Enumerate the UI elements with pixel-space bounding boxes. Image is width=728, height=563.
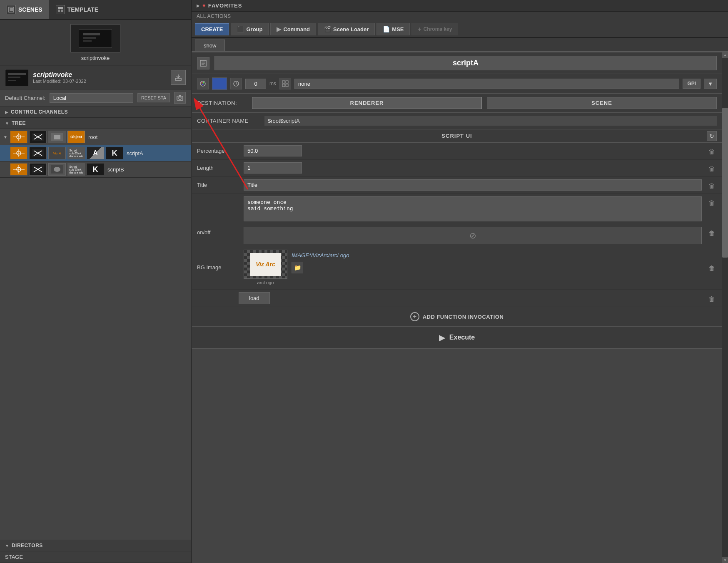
text-textarea[interactable]: someone once said something bbox=[244, 196, 702, 221]
directors-section[interactable]: ▼ DIRECTORS bbox=[0, 540, 191, 551]
scroll-down-button[interactable]: ▼ bbox=[722, 557, 728, 563]
camera-button[interactable] bbox=[174, 92, 186, 104]
container-name-input[interactable] bbox=[264, 116, 717, 126]
refresh-button[interactable]: ↻ bbox=[707, 131, 717, 141]
channel-select[interactable]: Local Remote bbox=[50, 93, 133, 103]
script-header bbox=[192, 52, 722, 74]
scene-detail-name: scriptinvoke bbox=[33, 71, 166, 79]
gpi-button[interactable]: GPI bbox=[683, 79, 701, 89]
add-function-icon: + bbox=[410, 312, 419, 321]
time-input[interactable] bbox=[245, 79, 266, 89]
image-name-label: arcLogo bbox=[257, 280, 274, 285]
text-delete-button[interactable]: 🗑 bbox=[707, 198, 717, 208]
length-delete-button[interactable]: 🗑 bbox=[707, 164, 717, 174]
title-input[interactable] bbox=[244, 179, 702, 191]
grid-icon bbox=[279, 78, 291, 89]
palette-icon[interactable] bbox=[197, 78, 209, 89]
svg-point-48 bbox=[200, 81, 205, 86]
none-input[interactable] bbox=[294, 79, 679, 89]
root-thumb-1 bbox=[10, 131, 27, 143]
scriptb-thumb-photo bbox=[48, 163, 66, 176]
group-icon: ⬛ bbox=[237, 26, 244, 32]
control-channels-header[interactable]: ▶ CONTROL CHANNELS bbox=[0, 107, 191, 118]
scene-thumb-area: scriptinvoke bbox=[0, 20, 191, 66]
prop-row-length: Length 🗑 bbox=[192, 160, 722, 177]
bg-image-delete-button[interactable]: 🗑 bbox=[707, 263, 717, 273]
stage-section[interactable]: STAGE bbox=[0, 551, 191, 563]
scene-thumbnail bbox=[70, 24, 120, 52]
scene-label: scriptinvoke bbox=[81, 55, 110, 61]
tree-header[interactable]: ▼ TREE bbox=[0, 118, 191, 129]
clock-icon bbox=[230, 78, 242, 89]
reset-button[interactable]: RESET STA bbox=[137, 93, 170, 102]
svg-rect-7 bbox=[79, 30, 104, 44]
svg-rect-18 bbox=[179, 95, 181, 97]
scene-detail-info: scriptinvoke Last Modified: 03-07-2022 bbox=[33, 71, 166, 84]
command-label: Command bbox=[283, 26, 310, 32]
scene-label: SCENE bbox=[591, 100, 612, 106]
tree-label: TREE bbox=[12, 120, 26, 126]
svg-rect-14 bbox=[8, 80, 16, 81]
create-button[interactable]: CREATE bbox=[195, 23, 229, 35]
load-button[interactable]: load bbox=[239, 292, 270, 304]
onoff-toggle[interactable]: ⊘ bbox=[244, 227, 702, 244]
tab-scenes[interactable]: SCENES bbox=[0, 0, 49, 19]
tree-item-root[interactable]: ▼ Object root bbox=[0, 129, 191, 145]
show-tab-label: show bbox=[204, 42, 216, 49]
toggle-icon: ⊘ bbox=[469, 231, 476, 241]
load-label: load bbox=[249, 295, 259, 301]
execute-label: Execute bbox=[449, 334, 475, 341]
percentage-input[interactable] bbox=[244, 145, 302, 156]
upload-button[interactable] bbox=[171, 70, 186, 85]
title-delete-button[interactable]: 🗑 bbox=[707, 181, 717, 191]
scripta-thumb-2 bbox=[29, 147, 47, 159]
tree-item-scripta[interactable]: Viz A Scriptsub-Dlinkdaria a wis A K scr… bbox=[0, 145, 191, 161]
container-row: CONTAINER NAME bbox=[192, 113, 722, 129]
color-swatch[interactable] bbox=[212, 77, 227, 90]
scroll-track bbox=[722, 58, 728, 557]
group-button[interactable]: ⬛ Group bbox=[231, 23, 269, 35]
scene-loader-icon: 🎬 bbox=[324, 26, 331, 32]
svg-rect-12 bbox=[8, 73, 26, 75]
scroll-thumb[interactable] bbox=[722, 108, 728, 258]
length-input[interactable] bbox=[244, 162, 302, 174]
svg-point-17 bbox=[179, 97, 181, 99]
length-label: Length bbox=[197, 162, 239, 171]
renderer-button[interactable]: RENDERER bbox=[252, 97, 482, 109]
action-toolbar: CREATE ⬛ Group ▶ Command 🎬 Scene Loader bbox=[192, 21, 728, 38]
scroll-up-button[interactable]: ▲ bbox=[722, 52, 728, 58]
execute-row[interactable]: ▶ Execute bbox=[192, 327, 722, 348]
mse-button[interactable]: 📄 MSE bbox=[376, 23, 410, 35]
svg-line-54 bbox=[236, 84, 237, 84]
script-name-field[interactable] bbox=[214, 56, 717, 70]
destination-label: DESTINATION: bbox=[197, 100, 247, 106]
chroma-icon: + bbox=[418, 26, 421, 32]
percentage-delete-button[interactable]: 🗑 bbox=[707, 147, 717, 157]
svg-rect-9 bbox=[83, 37, 96, 39]
scene-loader-button[interactable]: 🎬 Scene Loader bbox=[318, 23, 375, 35]
folder-button[interactable]: 📁 bbox=[292, 262, 303, 273]
chroma-key-button[interactable]: + Chroma key bbox=[411, 23, 458, 35]
image-thumbnail: Viz Arc bbox=[244, 250, 287, 279]
svg-point-49 bbox=[202, 82, 203, 84]
tree-item-scriptb[interactable]: Scriptsub-Dlinkdaria a wis K scriptB bbox=[0, 161, 191, 178]
right-scrollbar: ▲ ▼ bbox=[722, 52, 728, 563]
favorites-arrow: ▶ bbox=[197, 3, 200, 8]
gpi-dropdown[interactable]: ▼ bbox=[704, 79, 717, 89]
tab-template[interactable]: TEMPLATE bbox=[49, 0, 105, 19]
all-actions-bar: ALL ACTIONS bbox=[192, 12, 728, 21]
scene-button[interactable]: SCENE bbox=[487, 97, 717, 109]
channel-row: Default Channel: Local Remote RESET STA bbox=[0, 89, 191, 107]
show-tab[interactable]: show bbox=[195, 40, 225, 51]
control-channels-label: CONTROL CHANNELS bbox=[11, 109, 68, 115]
scripta-thumb-1 bbox=[10, 147, 27, 159]
scene-thumb-inner bbox=[79, 29, 112, 48]
app-wrapper: SCENES TEMPLATE bbox=[0, 0, 728, 563]
add-function-row[interactable]: + ADD FUNCTION INVOCATION bbox=[192, 307, 722, 327]
onoff-delete-button[interactable]: 🗑 bbox=[707, 228, 717, 238]
scriptb-name: scriptB bbox=[107, 166, 124, 173]
mse-icon: 📄 bbox=[383, 26, 390, 32]
load-delete-button[interactable]: 🗑 bbox=[707, 294, 717, 304]
gpi-label: GPI bbox=[687, 81, 696, 87]
command-button[interactable]: ▶ Command bbox=[270, 23, 316, 35]
